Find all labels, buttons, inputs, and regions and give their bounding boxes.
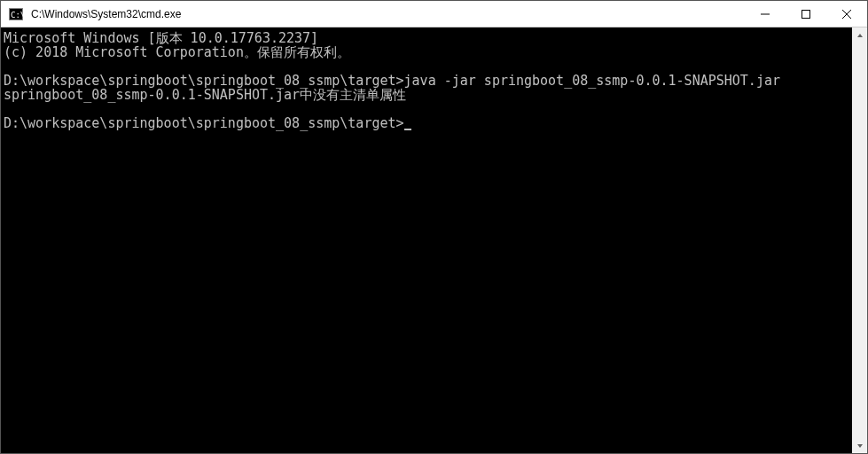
cmd-icon: C:\	[9, 8, 23, 20]
terminal-output[interactable]: Microsoft Windows [版本 10.0.17763.2237] (…	[1, 27, 852, 453]
terminal-prompt: D:\workspace\springboot\springboot_08_ss…	[4, 115, 404, 131]
titlebar[interactable]: C:\ C:\Windows\System32\cmd.exe	[1, 1, 867, 27]
scroll-down-arrow-icon[interactable]	[852, 438, 867, 453]
window-icon-wrap: C:\	[1, 8, 31, 20]
close-button[interactable]	[826, 1, 867, 27]
svg-marker-5	[857, 444, 863, 448]
vertical-scrollbar[interactable]	[852, 27, 867, 453]
maximize-icon	[802, 10, 810, 19]
window-title: C:\Windows\System32\cmd.exe	[31, 8, 745, 20]
terminal-cursor	[404, 117, 411, 130]
minimize-icon	[761, 10, 770, 19]
svg-rect-1	[802, 10, 810, 18]
terminal-line: springboot_08_ssmp-0.0.1-SNAPSHOT.jar中没有…	[4, 87, 406, 103]
minimize-button[interactable]	[745, 1, 786, 27]
client-area: Microsoft Windows [版本 10.0.17763.2237] (…	[1, 27, 867, 453]
window-controls	[745, 1, 867, 27]
cmd-window: C:\ C:\Windows\System32\cmd.exe Microsof…	[0, 0, 868, 454]
close-icon	[842, 10, 851, 19]
scrollbar-track[interactable]	[852, 43, 867, 438]
scroll-up-arrow-icon[interactable]	[852, 27, 867, 43]
terminal-line: (c) 2018 Microsoft Corporation。保留所有权利。	[4, 44, 350, 60]
svg-marker-4	[857, 34, 863, 37]
maximize-button[interactable]	[786, 1, 826, 27]
